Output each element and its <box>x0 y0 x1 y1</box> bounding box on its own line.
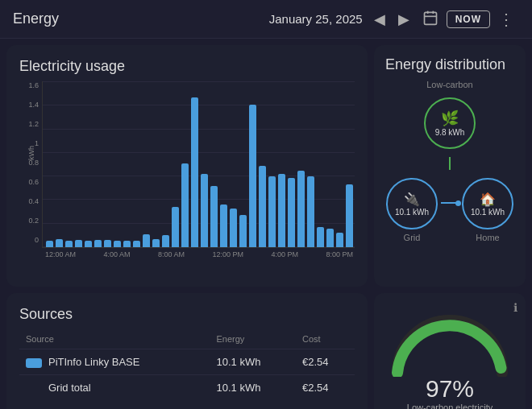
bar-4 <box>85 241 92 247</box>
sources-card: Sources Source Energy Cost PiTInfo Linky… <box>6 293 368 409</box>
bar-13 <box>172 207 179 248</box>
y-label-0: 0 <box>19 236 42 244</box>
green-value: 9.8 kWh <box>435 128 465 137</box>
gauge-card: ℹ 97% Low-carbon electricity consumed <box>374 293 526 409</box>
electricity-usage-card: Electricity usage 0 0.2 0.4 0.6 0.8 1 1.… <box>6 45 368 287</box>
header-nav: ◀ ▶ NOW ⋮ <box>369 6 519 32</box>
distribution-title: Energy distribution <box>385 56 514 73</box>
bar-0 <box>46 241 53 247</box>
bar-15 <box>191 97 198 247</box>
source-name-1: Grid total <box>19 375 210 401</box>
main-content: Electricity usage 0 0.2 0.4 0.6 0.8 1 1.… <box>0 39 532 409</box>
grid-label: Grid <box>404 233 421 242</box>
source-cost-0: €2.54 <box>296 349 355 375</box>
bar-9 <box>133 241 140 247</box>
dist-layout: Low-carbon 🌿 9.8 kWh 🔌 10.1 kWh <box>385 80 514 242</box>
bar-27 <box>307 176 314 247</box>
home-icon: 🏠 <box>480 192 496 207</box>
bar-28 <box>317 227 324 247</box>
y-label-04: 0.4 <box>19 197 42 205</box>
bar-11 <box>152 239 160 247</box>
bar-5 <box>94 240 102 247</box>
bar-22 <box>259 166 266 247</box>
app-container: Energy January 25, 2025 ◀ ▶ NOW ⋮ Electr… <box>0 0 532 409</box>
source-cost-1: €2.54 <box>296 375 355 401</box>
svg-rect-0 <box>424 12 436 24</box>
chart-title: Electricity usage <box>19 58 355 75</box>
connector-wrapper <box>441 202 459 204</box>
sources-title: Sources <box>19 306 355 323</box>
leaf-icon: 🌿 <box>441 109 459 127</box>
x-label-4pm: 4:00 PM <box>271 250 298 258</box>
gauge-svg <box>385 304 514 377</box>
source-energy-0: 10.1 kWh <box>210 349 297 375</box>
vertical-connector <box>449 157 451 170</box>
home-label: Home <box>476 233 499 242</box>
more-button[interactable]: ⋮ <box>493 6 519 32</box>
y-label-12: 1.2 <box>19 120 42 128</box>
grid-node: 🔌 10.1 kWh Grid <box>386 178 438 242</box>
grid-icon: 🔌 <box>404 192 420 207</box>
distribution-card: Energy distribution Low-carbon 🌿 9.8 kWh <box>374 45 526 287</box>
bar-12 <box>162 235 169 247</box>
gauge-value: 97% <box>426 375 474 403</box>
col-source: Source <box>19 329 210 349</box>
home-node: 🏠 10.1 kWh Home <box>462 178 513 242</box>
source-name-0: PiTInfo Linky BASE <box>19 349 210 375</box>
left-panel: Electricity usage 0 0.2 0.4 0.6 0.8 1 1.… <box>0 39 371 409</box>
x-label-8am: 8:00 AM <box>158 250 185 258</box>
bar-10 <box>143 234 150 247</box>
col-cost: Cost <box>296 329 355 349</box>
connector-dot <box>455 200 461 206</box>
prev-button[interactable]: ◀ <box>369 7 390 31</box>
gauge-label: Low-carbon electricity consumed <box>385 403 514 409</box>
bar-7 <box>114 241 121 247</box>
grid-value: 10.1 kWh <box>395 208 429 217</box>
bar-21 <box>249 105 256 247</box>
green-circle: 🌿 9.8 kWh <box>424 97 476 149</box>
bar-23 <box>268 176 276 247</box>
bar-2 <box>65 241 73 247</box>
connector-line <box>441 202 459 204</box>
chart-area: 0 0.2 0.4 0.6 0.8 1 1.2 1.4 1.6 kWh <box>19 81 355 258</box>
green-node: 🌿 9.8 kWh <box>424 97 476 149</box>
source-energy-1: 10.1 kWh <box>210 375 297 401</box>
col-energy: Energy <box>210 329 297 349</box>
bar-16 <box>201 174 208 247</box>
source-color-box <box>26 358 42 368</box>
row-nodes: 🔌 10.1 kWh Grid 🏠 <box>385 178 514 242</box>
bars-container <box>42 81 355 248</box>
y-label-14: 1.4 <box>19 101 42 109</box>
bar-30 <box>336 233 343 247</box>
y-axis: 0 0.2 0.4 0.6 0.8 1 1.2 1.4 1.6 <box>19 81 42 258</box>
sources-table: Source Energy Cost PiTInfo Linky BASE10.… <box>19 329 355 400</box>
bar-8 <box>123 241 131 247</box>
bar-26 <box>297 171 305 247</box>
home-value: 10.1 kWh <box>471 208 505 217</box>
bar-17 <box>210 186 218 247</box>
right-panel: Energy distribution Low-carbon 🌿 9.8 kWh <box>371 39 532 409</box>
page-title: Energy <box>13 10 269 27</box>
bar-18 <box>220 204 227 247</box>
bar-19 <box>230 209 237 247</box>
home-circle: 🏠 10.1 kWh <box>462 178 513 229</box>
now-button[interactable]: NOW <box>447 10 490 28</box>
table-row: PiTInfo Linky BASE10.1 kWh€2.54 <box>19 349 355 375</box>
header-date: January 25, 2025 <box>269 12 363 26</box>
x-label-8pm: 8:00 PM <box>326 250 353 258</box>
y-label-02: 0.2 <box>19 217 42 225</box>
bar-31 <box>346 184 353 247</box>
y-label-06: 0.6 <box>19 178 42 186</box>
table-row: Grid total10.1 kWh€2.54 <box>19 375 355 401</box>
bar-20 <box>239 215 247 247</box>
grid-circle: 🔌 10.1 kWh <box>386 178 438 229</box>
bar-3 <box>75 240 82 247</box>
next-button[interactable]: ▶ <box>393 7 414 31</box>
low-carbon-label: Low-carbon <box>426 80 472 89</box>
bar-14 <box>181 163 189 247</box>
bar-24 <box>278 174 285 247</box>
bar-1 <box>56 239 63 247</box>
gauge-container <box>385 304 514 377</box>
calendar-button[interactable] <box>418 6 443 32</box>
header: Energy January 25, 2025 ◀ ▶ NOW ⋮ <box>0 0 532 39</box>
